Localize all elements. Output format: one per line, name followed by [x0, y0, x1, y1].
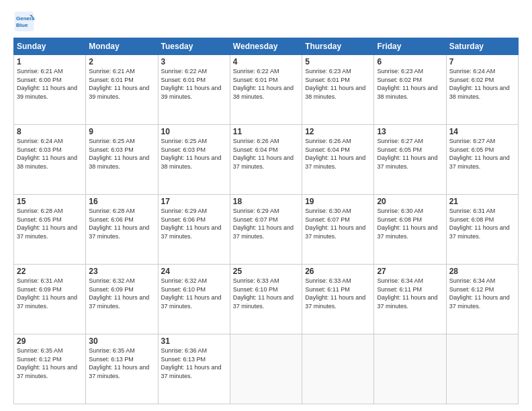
- col-sunday: Sunday: [14, 38, 86, 55]
- day-info: Sunrise: 6:22 AMSunset: 6:01 PMDaylight:…: [161, 68, 222, 100]
- day-info: Sunrise: 6:35 AMSunset: 6:13 PMDaylight:…: [89, 347, 149, 379]
- day-info: Sunrise: 6:27 AMSunset: 6:05 PMDaylight:…: [449, 138, 510, 170]
- day-info: Sunrise: 6:25 AMSunset: 6:03 PMDaylight:…: [161, 138, 222, 170]
- day-info: Sunrise: 6:34 AMSunset: 6:11 PMDaylight:…: [377, 277, 437, 310]
- day-cell: 11Sunrise: 6:26 AMSunset: 6:04 PMDayligh…: [230, 125, 302, 195]
- day-number: 8: [17, 127, 83, 136]
- day-info: Sunrise: 6:29 AMSunset: 6:07 PMDaylight:…: [233, 208, 294, 240]
- day-number: 18: [233, 197, 299, 206]
- day-number: 19: [305, 197, 371, 206]
- day-info: Sunrise: 6:28 AMSunset: 6:06 PMDaylight:…: [89, 208, 149, 240]
- day-info: Sunrise: 6:21 AMSunset: 6:00 PMDaylight:…: [17, 68, 77, 100]
- day-info: Sunrise: 6:26 AMSunset: 6:04 PMDaylight:…: [233, 138, 294, 170]
- col-tuesday: Tuesday: [158, 38, 230, 55]
- day-number: 21: [449, 197, 515, 206]
- day-cell: 20Sunrise: 6:30 AMSunset: 6:08 PMDayligh…: [374, 195, 446, 265]
- day-number: 28: [449, 267, 515, 276]
- day-number: 9: [89, 127, 154, 136]
- day-info: Sunrise: 6:36 AMSunset: 6:13 PMDaylight:…: [161, 347, 222, 379]
- day-number: 6: [377, 57, 443, 66]
- day-cell: 31Sunrise: 6:36 AMSunset: 6:13 PMDayligh…: [158, 334, 230, 404]
- day-number: 15: [17, 197, 83, 206]
- header: General Blue: [13, 11, 519, 32]
- day-info: Sunrise: 6:31 AMSunset: 6:08 PMDaylight:…: [449, 208, 510, 240]
- day-cell: 6Sunrise: 6:23 AMSunset: 6:02 PMDaylight…: [374, 55, 446, 125]
- logo: General Blue: [13, 11, 38, 32]
- day-cell: 2Sunrise: 6:21 AMSunset: 6:01 PMDaylight…: [86, 55, 158, 125]
- day-number: 30: [89, 336, 154, 346]
- day-info: Sunrise: 6:23 AMSunset: 6:01 PMDaylight:…: [305, 68, 365, 100]
- day-info: Sunrise: 6:24 AMSunset: 6:02 PMDaylight:…: [449, 68, 510, 100]
- day-cell: 19Sunrise: 6:30 AMSunset: 6:07 PMDayligh…: [302, 195, 374, 265]
- day-cell: 30Sunrise: 6:35 AMSunset: 6:13 PMDayligh…: [86, 334, 158, 404]
- day-info: Sunrise: 6:26 AMSunset: 6:04 PMDaylight:…: [305, 138, 365, 170]
- day-info: Sunrise: 6:21 AMSunset: 6:01 PMDaylight:…: [89, 68, 149, 100]
- day-info: Sunrise: 6:29 AMSunset: 6:06 PMDaylight:…: [161, 208, 222, 240]
- day-number: 20: [377, 197, 443, 206]
- day-info: Sunrise: 6:25 AMSunset: 6:03 PMDaylight:…: [89, 138, 149, 170]
- day-number: 16: [89, 197, 154, 206]
- col-thursday: Thursday: [302, 38, 374, 55]
- day-cell: 4Sunrise: 6:22 AMSunset: 6:01 PMDaylight…: [230, 55, 302, 125]
- col-friday: Friday: [374, 38, 446, 55]
- day-cell: 10Sunrise: 6:25 AMSunset: 6:03 PMDayligh…: [158, 125, 230, 195]
- week-row-2: 8Sunrise: 6:24 AMSunset: 6:03 PMDaylight…: [14, 125, 519, 195]
- day-cell: 24Sunrise: 6:32 AMSunset: 6:10 PMDayligh…: [158, 265, 230, 334]
- day-cell: 21Sunrise: 6:31 AMSunset: 6:08 PMDayligh…: [446, 195, 518, 265]
- day-info: Sunrise: 6:30 AMSunset: 6:08 PMDaylight:…: [377, 208, 437, 240]
- day-number: 1: [17, 57, 83, 66]
- day-number: 13: [377, 127, 443, 136]
- day-number: 17: [161, 197, 227, 206]
- week-row-3: 15Sunrise: 6:28 AMSunset: 6:05 PMDayligh…: [14, 195, 519, 265]
- day-number: 4: [233, 57, 299, 66]
- day-cell: [230, 334, 302, 404]
- day-number: 5: [305, 57, 371, 66]
- day-cell: 7Sunrise: 6:24 AMSunset: 6:02 PMDaylight…: [446, 55, 518, 125]
- svg-text:Blue: Blue: [16, 22, 28, 28]
- day-number: 27: [377, 267, 443, 276]
- week-row-4: 22Sunrise: 6:31 AMSunset: 6:09 PMDayligh…: [14, 265, 519, 334]
- day-number: 3: [161, 57, 227, 66]
- day-cell: 3Sunrise: 6:22 AMSunset: 6:01 PMDaylight…: [158, 55, 230, 125]
- day-cell: 27Sunrise: 6:34 AMSunset: 6:11 PMDayligh…: [374, 265, 446, 334]
- day-number: 26: [305, 267, 371, 276]
- day-cell: 18Sunrise: 6:29 AMSunset: 6:07 PMDayligh…: [230, 195, 302, 265]
- col-wednesday: Wednesday: [230, 38, 302, 55]
- col-saturday: Saturday: [446, 38, 518, 55]
- day-info: Sunrise: 6:35 AMSunset: 6:12 PMDaylight:…: [17, 347, 77, 379]
- page: General Blue Sunday Monday Tuesday Wedne…: [0, 0, 532, 411]
- logo-icon: General Blue: [13, 11, 35, 32]
- day-info: Sunrise: 6:33 AMSunset: 6:10 PMDaylight:…: [233, 277, 294, 310]
- day-cell: [302, 334, 374, 404]
- day-number: 23: [89, 267, 154, 276]
- calendar-table: Sunday Monday Tuesday Wednesday Thursday…: [13, 38, 519, 404]
- day-cell: 29Sunrise: 6:35 AMSunset: 6:12 PMDayligh…: [14, 334, 86, 404]
- day-cell: 28Sunrise: 6:34 AMSunset: 6:12 PMDayligh…: [446, 265, 518, 334]
- day-number: 12: [305, 127, 371, 136]
- day-cell: 9Sunrise: 6:25 AMSunset: 6:03 PMDaylight…: [86, 125, 158, 195]
- day-cell: 13Sunrise: 6:27 AMSunset: 6:05 PMDayligh…: [374, 125, 446, 195]
- day-number: 25: [233, 267, 299, 276]
- day-number: 31: [161, 336, 227, 346]
- day-cell: 8Sunrise: 6:24 AMSunset: 6:03 PMDaylight…: [14, 125, 86, 195]
- day-info: Sunrise: 6:33 AMSunset: 6:11 PMDaylight:…: [305, 277, 365, 310]
- col-monday: Monday: [86, 38, 158, 55]
- day-cell: 22Sunrise: 6:31 AMSunset: 6:09 PMDayligh…: [14, 265, 86, 334]
- day-cell: 12Sunrise: 6:26 AMSunset: 6:04 PMDayligh…: [302, 125, 374, 195]
- day-cell: 26Sunrise: 6:33 AMSunset: 6:11 PMDayligh…: [302, 265, 374, 334]
- day-info: Sunrise: 6:31 AMSunset: 6:09 PMDaylight:…: [17, 277, 77, 310]
- day-info: Sunrise: 6:30 AMSunset: 6:07 PMDaylight:…: [305, 208, 365, 240]
- day-cell: [374, 334, 446, 404]
- day-number: 10: [161, 127, 227, 136]
- day-cell: 25Sunrise: 6:33 AMSunset: 6:10 PMDayligh…: [230, 265, 302, 334]
- day-cell: 23Sunrise: 6:32 AMSunset: 6:09 PMDayligh…: [86, 265, 158, 334]
- day-number: 2: [89, 57, 154, 66]
- day-cell: 17Sunrise: 6:29 AMSunset: 6:06 PMDayligh…: [158, 195, 230, 265]
- day-cell: 16Sunrise: 6:28 AMSunset: 6:06 PMDayligh…: [86, 195, 158, 265]
- day-number: 24: [161, 267, 227, 276]
- day-info: Sunrise: 6:24 AMSunset: 6:03 PMDaylight:…: [17, 138, 77, 170]
- day-number: 14: [449, 127, 515, 136]
- calendar-header-row: Sunday Monday Tuesday Wednesday Thursday…: [14, 38, 519, 55]
- day-info: Sunrise: 6:32 AMSunset: 6:09 PMDaylight:…: [89, 277, 149, 310]
- day-cell: 15Sunrise: 6:28 AMSunset: 6:05 PMDayligh…: [14, 195, 86, 265]
